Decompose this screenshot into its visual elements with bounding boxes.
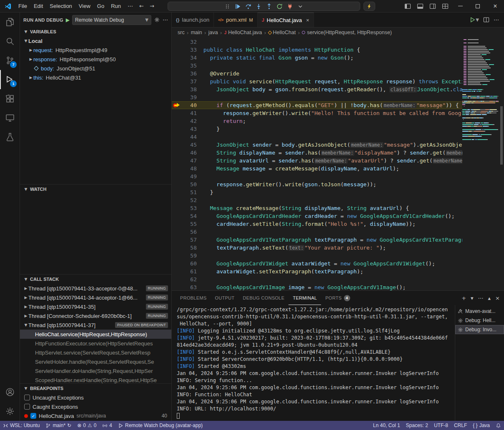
line-number[interactable]: 56 [183,228,197,236]
restart-button[interactable] [275,2,284,10]
gutter-glyph-margin[interactable] [172,62,183,70]
new-terminal-button[interactable]: + [461,295,466,301]
git-branch-item[interactable]: main* ↻ [43,421,74,430]
line-number[interactable]: 63 [183,283,197,290]
forwarded-ports-item[interactable]: 4 [99,421,115,430]
window-close-button[interactable]: × [486,0,504,12]
call-stack-thread-row[interactable]: ▶Thread [Connector-Scheduler-6920b0bc-1]… [20,311,171,320]
customize-layout-icon[interactable] [442,3,449,10]
maximize-panel-button[interactable]: ▴ [488,295,491,301]
line-number[interactable]: 38 [183,85,197,93]
line-number[interactable]: 34 [183,54,197,62]
menu-go[interactable]: Go [94,2,108,11]
menu-edit[interactable]: Edit [30,2,46,11]
line-number[interactable]: 62 [183,275,197,283]
breakpoint-checkbox[interactable]: ✓ [30,413,36,419]
breakpoint-row[interactable]: Uncaught Exceptions [20,393,171,402]
activitybar-item-source-control[interactable]: 7 [0,51,20,70]
call-stack-thread-row[interactable]: ▶Thread [qtp1500079441-33-acceptor-0@48.… [20,284,171,293]
code-area[interactable]: 3233public class HelloChat implements Ht… [172,38,462,290]
step-into-button[interactable] [254,2,263,10]
terminal-output[interactable]: /grpc/grpc-context/1.27.2/grpc-context-1… [172,305,455,421]
breadcrumb-item[interactable]: main [191,30,202,35]
code-text[interactable]: String displayName = sender.has(memberNa… [197,149,462,157]
activitybar-item-manage[interactable] [0,402,20,421]
menu-selection[interactable]: Selection [46,2,75,11]
breadcrumb-item[interactable]: java [208,30,218,35]
stack-frame-row[interactable]: HttpFunctionExecutor.service(HttpServlet… [20,339,171,348]
line-number[interactable]: 32 [183,38,197,46]
gutter-glyph-margin[interactable] [172,125,183,133]
code-text[interactable] [197,252,462,260]
code-text[interactable]: GoogleAppsCardV1CardHeader cardHeader = … [197,212,462,220]
window-maximize-button[interactable] [469,0,486,12]
gutter-glyph-margin[interactable] [172,54,183,62]
terminal-tab-debug-invo-[interactable]: Debug: Invo... [455,325,504,334]
notifications-bell-item[interactable] [493,421,504,430]
variable-row[interactable]: ▶this:HelloChat@31 [20,73,171,82]
run-java-button[interactable]: ▼ [469,17,479,23]
gutter-glyph-margin[interactable] [172,228,183,236]
line-number[interactable]: 52 [183,196,197,204]
variable-row[interactable]: ▶request:HttpRequestImpl@49 [20,45,171,55]
stack-frame-row[interactable]: ServletHandler.doHandle(String,Request,H… [20,366,171,375]
code-text[interactable]: avatarWidget.setTextParagraph(textParagr… [197,268,462,275]
panel-more-actions-button[interactable]: ⋯ [478,295,484,301]
toggle-panel-icon[interactable] [417,3,424,10]
gutter-glyph-margin[interactable] [172,70,183,78]
code-text[interactable]: private static final Gson gson = new Gso… [197,54,462,62]
code-text[interactable]: JsonObject body = gson.fromJson(request.… [197,85,462,93]
gutter-glyph-margin[interactable] [172,260,183,268]
code-text[interactable] [197,172,462,180]
editor-scrollbar[interactable] [499,38,504,290]
menu-view[interactable]: View [75,2,94,11]
panel-tab-problems[interactable]: PROBLEMS [176,291,211,305]
tab-HelloChat.java[interactable]: JHelloChat.java× [258,12,314,27]
code-text[interactable] [197,38,462,46]
panel-tab-debug-console[interactable]: DEBUG CONSOLE [239,291,289,305]
debug-toolbar-grip[interactable] [223,2,232,10]
scrollbar-thumb[interactable] [500,106,503,165]
activitybar-item-search[interactable] [0,32,20,51]
language-mode-item[interactable]: { } Java [470,421,493,430]
debug-session-item[interactable]: Remote Watch Debug (avatar-app) [115,421,206,430]
window-minimize-button[interactable] [451,0,469,12]
stack-frame-row[interactable]: ScopedHandler.nextHandle(String,Request,… [20,375,171,383]
code-text[interactable]: Message message = createMessage(displayN… [197,165,462,172]
line-number[interactable]: 33 [183,46,197,54]
debug-settings-gear-icon[interactable] [154,17,160,23]
line-number[interactable]: 43 [183,125,197,133]
code-text[interactable]: GoogleAppsCardV1Image image = new Google… [197,283,462,290]
breakpoint-checkbox[interactable] [24,395,30,400]
line-number[interactable]: 46 [183,149,197,157]
debug-options-chevron-icon[interactable] [296,2,305,10]
stack-frame-row[interactable]: ServletHolder.handle(Request,ServletRequ… [20,357,171,366]
breakpoint-checkbox[interactable] [24,404,30,410]
stack-frame-row[interactable]: HttpServlet.service(ServletRequest,Servl… [20,348,171,357]
remote-indicator[interactable]: WSL: Ubuntu [0,421,43,430]
code-text[interactable] [197,62,462,70]
breadcrumb-item[interactable]: src [178,30,185,35]
gutter-glyph-margin[interactable] [172,220,183,228]
tab-launch.json[interactable]: {}launch.json [172,12,214,27]
nav-forward-button[interactable]: → [147,3,157,9]
gutter-glyph-margin[interactable] [172,109,183,117]
sidebar-more-actions-button[interactable]: ⋯ [163,17,168,23]
gutter-glyph-margin[interactable] [172,93,183,101]
code-text[interactable]: return; [197,117,462,125]
panel-tab-output[interactable]: OUTPUT [211,291,239,305]
line-number[interactable]: 61 [183,268,197,275]
terminal-tab-debug-hell-[interactable]: Debug: Hell... [455,316,504,325]
tab-pom.xml[interactable]: </>pom.xmlM [214,12,257,27]
call-stack-thread-row[interactable]: ▶Thread [qtp1500079441-34-acceptor-1@66.… [20,293,171,302]
code-text[interactable]: } [197,125,462,133]
activitybar-item-explorer[interactable] [0,12,20,32]
code-text[interactable]: } [197,188,462,196]
breakpoints-pane-header[interactable]: ▼ BREAKPOINTS [20,384,171,393]
panel-tab-ports[interactable]: PORTS4 [321,291,354,305]
gutter-glyph-margin[interactable] [172,165,183,172]
panel-tab-terminal[interactable]: TERMINAL [288,291,321,305]
gutter-glyph-margin[interactable] [172,157,183,165]
activitybar-item-testing[interactable] [0,128,20,147]
activitybar-item-run-and-debug[interactable]: 1 [0,70,20,89]
